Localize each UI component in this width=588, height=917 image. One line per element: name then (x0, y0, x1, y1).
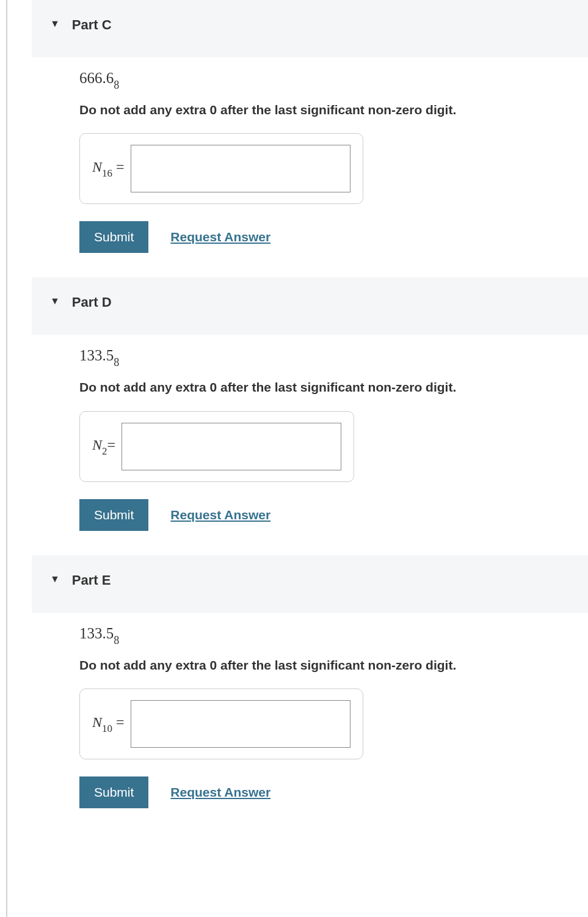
variable-subscript: 10 (102, 723, 112, 734)
request-answer-link[interactable]: Request Answer (170, 508, 270, 522)
button-row: Submit Request Answer (79, 776, 570, 808)
variable-label: N2= (92, 437, 115, 456)
question-value: 666.68 (79, 70, 570, 90)
part-body: 133.58 Do not add any extra 0 after the … (7, 613, 588, 827)
instruction-text: Do not add any extra 0 after the last si… (79, 101, 570, 119)
chevron-down-icon[interactable]: ▼ (50, 18, 60, 29)
variable-label: N16 = (92, 159, 125, 178)
submit-button[interactable]: Submit (79, 776, 148, 808)
request-answer-link[interactable]: Request Answer (170, 785, 270, 800)
value-subscript: 8 (114, 79, 119, 91)
question-value: 133.58 (79, 347, 570, 367)
part-section: ▼ Part E 133.58 Do not add any extra 0 a… (7, 555, 588, 827)
value-subscript: 8 (114, 356, 119, 368)
part-title: Part D (72, 294, 112, 310)
answer-box: N2= (79, 411, 354, 482)
value-main: 666.6 (79, 70, 114, 86)
variable-subscript: 2 (102, 445, 107, 457)
page-container: ▼ Part C 666.68 Do not add any extra 0 a… (6, 0, 588, 917)
equals-sign: = (112, 159, 125, 175)
instruction-text: Do not add any extra 0 after the last si… (79, 656, 570, 674)
question-value: 133.58 (79, 625, 570, 645)
variable-letter: N (92, 437, 102, 453)
part-body: 133.58 Do not add any extra 0 after the … (7, 335, 588, 549)
part-section: ▼ Part D 133.58 Do not add any extra 0 a… (7, 277, 588, 549)
request-answer-link[interactable]: Request Answer (170, 230, 270, 244)
answer-input[interactable] (131, 145, 350, 192)
variable-subscript: 16 (102, 167, 112, 179)
value-subscript: 8 (114, 634, 119, 646)
part-body: 666.68 Do not add any extra 0 after the … (7, 57, 588, 271)
chevron-down-icon[interactable]: ▼ (50, 296, 60, 307)
answer-box: N16 = (79, 133, 363, 204)
equals-sign: = (107, 437, 116, 453)
chevron-down-icon[interactable]: ▼ (50, 574, 60, 585)
button-row: Submit Request Answer (79, 221, 570, 253)
button-row: Submit Request Answer (79, 499, 570, 531)
part-section: ▼ Part C 666.68 Do not add any extra 0 a… (7, 0, 588, 271)
variable-letter: N (92, 159, 102, 175)
variable-label: N10 = (92, 714, 125, 734)
part-header[interactable]: ▼ Part D (32, 277, 588, 335)
variable-letter: N (92, 714, 102, 730)
part-title: Part C (72, 17, 112, 33)
value-main: 133.5 (79, 625, 114, 641)
value-main: 133.5 (79, 347, 114, 364)
submit-button[interactable]: Submit (79, 221, 148, 253)
part-title: Part E (72, 572, 111, 588)
part-header[interactable]: ▼ Part E (32, 555, 588, 613)
answer-input[interactable] (122, 423, 341, 470)
instruction-text: Do not add any extra 0 after the last si… (79, 378, 570, 396)
part-header[interactable]: ▼ Part C (32, 0, 588, 57)
submit-button[interactable]: Submit (79, 499, 148, 531)
answer-input[interactable] (131, 700, 350, 748)
equals-sign: = (112, 714, 125, 730)
answer-box: N10 = (79, 689, 363, 759)
